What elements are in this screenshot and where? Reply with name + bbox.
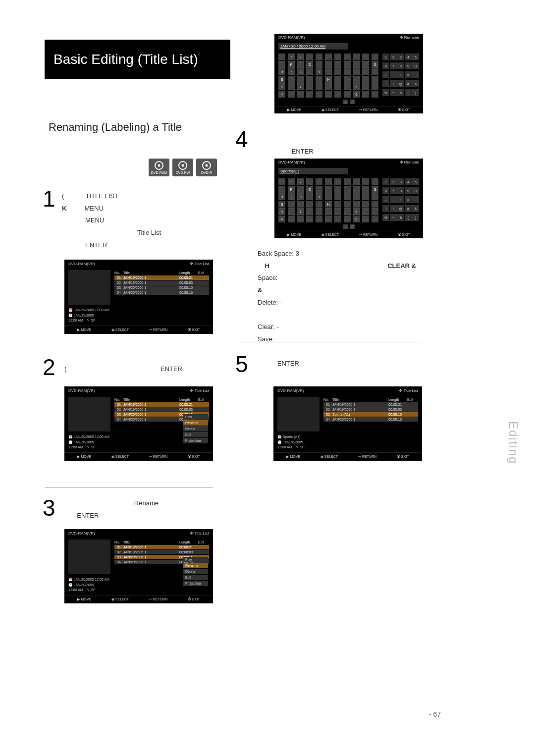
key[interactable] (325, 83, 332, 90)
key[interactable]: 7 (297, 208, 304, 215)
menu-item-edit[interactable]: Edit (183, 432, 208, 437)
key[interactable] (306, 68, 313, 75)
key[interactable]: & (397, 89, 404, 96)
key[interactable] (334, 186, 341, 193)
key[interactable]: - (382, 196, 389, 203)
key[interactable] (316, 91, 322, 98)
menu-item-play[interactable]: Play (183, 557, 208, 562)
key[interactable]: 5 (353, 83, 360, 90)
key[interactable]: ) (412, 89, 419, 96)
table-row[interactable]: 03Sports (A1)00:00:15 (323, 412, 418, 417)
key[interactable] (344, 178, 351, 185)
key[interactable]: = (405, 196, 412, 203)
key[interactable] (334, 76, 341, 83)
key[interactable] (325, 178, 332, 185)
key[interactable]: # (405, 80, 412, 87)
key[interactable]: . (412, 71, 419, 78)
key[interactable] (344, 193, 351, 200)
key[interactable]: 1 (316, 68, 322, 75)
key[interactable] (316, 201, 322, 208)
key[interactable] (306, 76, 313, 83)
key[interactable] (288, 91, 295, 98)
key[interactable] (362, 208, 369, 215)
key[interactable]: 7 (390, 187, 397, 194)
table-row[interactable]: 04JAN/20/2005 100:00:16 (114, 290, 209, 295)
key[interactable] (372, 76, 378, 83)
key[interactable] (334, 208, 341, 215)
key[interactable]: ( (405, 214, 412, 221)
key[interactable]: & (412, 80, 419, 87)
key[interactable]: 6 (382, 187, 389, 194)
key[interactable] (297, 216, 304, 222)
key[interactable]: 5 (353, 208, 360, 215)
key[interactable] (362, 54, 369, 60)
table-row[interactable]: 02JAN/19/2005 100:00:03 (323, 407, 418, 412)
key[interactable] (362, 61, 369, 68)
key[interactable] (334, 61, 341, 68)
letter-keys[interactable]: /-FDGR(31SHK7:540 (278, 54, 380, 98)
context-menu[interactable]: PlayRenameDeleteEditProtection (183, 414, 208, 444)
menu-item-edit[interactable]: Edit (183, 575, 208, 580)
key[interactable] (316, 208, 322, 215)
key[interactable] (372, 178, 378, 185)
key[interactable] (372, 91, 378, 98)
key[interactable]: ~ (382, 80, 389, 87)
key[interactable]: 4 (405, 178, 412, 185)
key[interactable]: 2 (390, 54, 397, 60)
key[interactable]: D (306, 61, 313, 68)
key[interactable] (344, 76, 351, 83)
key[interactable]: 6 (382, 62, 389, 69)
key[interactable] (297, 76, 304, 83)
table-row[interactable]: 01JAN/19/2005 100:00:21 (114, 402, 209, 407)
key[interactable]: / (288, 178, 295, 185)
key[interactable] (362, 83, 369, 90)
key[interactable]: 4 (278, 91, 285, 98)
key[interactable] (278, 61, 285, 68)
key[interactable] (362, 186, 369, 193)
key[interactable]: 1 (316, 193, 322, 200)
key[interactable] (353, 193, 360, 200)
key[interactable] (353, 54, 360, 60)
key[interactable] (362, 91, 369, 98)
key[interactable]: H (325, 76, 332, 83)
key[interactable] (288, 201, 295, 208)
table-row[interactable]: 01JAN/19/2005 100:00:21 (323, 402, 418, 407)
key[interactable]: ! (390, 80, 397, 87)
key[interactable] (334, 216, 341, 222)
key[interactable] (316, 61, 322, 68)
key[interactable]: H (325, 201, 332, 208)
key[interactable] (334, 91, 341, 98)
key[interactable]: 5 (412, 54, 419, 60)
number-keys[interactable]: 1234567890-_+=.~!@#&%^&() (382, 54, 419, 98)
key[interactable]: ^ (390, 214, 397, 221)
key[interactable]: 1 (382, 54, 389, 60)
table-row[interactable]: 04JAN/20/2005 100:00:16 (323, 417, 418, 422)
menu-item-protection[interactable]: Protection (183, 581, 208, 586)
key[interactable]: F (288, 186, 295, 193)
key[interactable] (306, 54, 313, 60)
key[interactable]: G (372, 61, 378, 68)
context-menu[interactable]: PlayRenameDeleteEditProtection (183, 557, 208, 587)
key[interactable]: # (405, 205, 412, 212)
key[interactable] (325, 91, 332, 98)
key[interactable]: _ (390, 196, 397, 203)
key[interactable] (306, 91, 313, 98)
key[interactable] (297, 201, 304, 208)
key[interactable]: % (382, 89, 389, 96)
key[interactable]: % (382, 214, 389, 221)
key-dash[interactable]: - (343, 224, 348, 229)
letter-keys[interactable]: /-FDGR(31SHK7:540 (278, 178, 380, 222)
key-slash[interactable]: / (350, 224, 355, 229)
key[interactable]: ( (405, 89, 412, 96)
key[interactable] (372, 201, 378, 208)
key[interactable]: ) (412, 214, 419, 221)
key[interactable] (353, 76, 360, 83)
menu-item-delete[interactable]: Delete (183, 426, 208, 432)
menu-item-rename[interactable]: Rename (183, 420, 208, 426)
key[interactable] (288, 83, 295, 90)
key[interactable]: 0 (412, 187, 419, 194)
table-row[interactable]: 02JAN/19/2005 100:00:03 (114, 280, 209, 285)
table-row[interactable]: 03JAN/20/2005 100:00:15 (114, 285, 209, 290)
key[interactable]: R (278, 68, 285, 75)
rename-input[interactable]: Sports(A1) (278, 168, 348, 174)
